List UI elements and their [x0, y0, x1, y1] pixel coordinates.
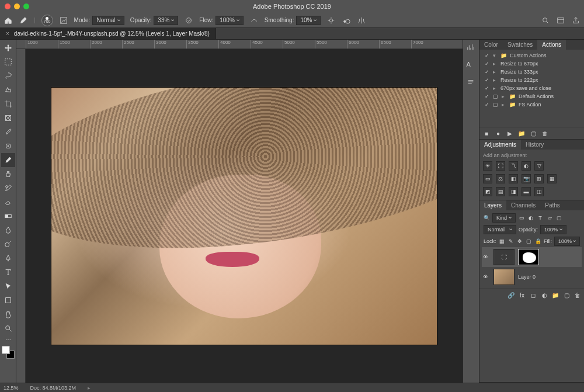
- artboard[interactable]: [26, 49, 463, 383]
- layer-row[interactable]: 👁 ⛶: [482, 247, 582, 267]
- layer-row[interactable]: 👁 Layer 0: [482, 267, 582, 287]
- dodge-tool[interactable]: [1, 237, 15, 251]
- crop-tool[interactable]: [1, 97, 15, 111]
- smoothing-options-icon[interactable]: [326, 16, 336, 25]
- lock-transparency-icon[interactable]: ▦: [499, 238, 505, 245]
- play-icon[interactable]: ▶: [506, 130, 513, 137]
- filter-type-icon[interactable]: T: [537, 214, 544, 221]
- layer-blend-select[interactable]: Normal: [484, 225, 516, 234]
- layers-tab[interactable]: Layers: [479, 200, 506, 210]
- hand-tool[interactable]: [1, 307, 15, 321]
- pen-tool[interactable]: [1, 251, 15, 265]
- adjustment-layer-thumb[interactable]: ⛶: [493, 249, 515, 265]
- type-tool[interactable]: [1, 265, 15, 279]
- new-set-icon[interactable]: 📁: [518, 130, 525, 137]
- action-set[interactable]: ✓▾📁Custom Actions: [482, 51, 582, 60]
- visibility-icon[interactable]: 👁: [483, 254, 490, 260]
- move-tool[interactable]: [1, 41, 15, 55]
- action-item[interactable]: ✓▸Resize to 333px: [482, 68, 582, 76]
- layer-style-icon[interactable]: fx: [519, 292, 526, 299]
- visibility-icon[interactable]: 👁: [483, 274, 490, 280]
- zoom-tool[interactable]: [1, 321, 15, 335]
- search-icon[interactable]: [541, 16, 550, 25]
- symmetry-icon[interactable]: [357, 16, 366, 25]
- histogram-panel-icon[interactable]: [467, 43, 476, 53]
- action-set[interactable]: ✓▢▸📁Default Actions: [482, 92, 582, 100]
- action-item[interactable]: ✓▸Resize to 222px: [482, 76, 582, 84]
- edit-toolbar-icon[interactable]: ⋯: [1, 335, 15, 344]
- color-lookup-icon[interactable]: ▦: [547, 174, 557, 183]
- layer-opacity-field[interactable]: 100%: [540, 225, 566, 234]
- add-mask-icon[interactable]: ◻: [530, 292, 537, 299]
- channel-mixer-icon[interactable]: ⊞: [534, 174, 544, 183]
- new-action-icon[interactable]: ▢: [530, 130, 537, 137]
- layer-mask-thumb[interactable]: [518, 249, 539, 265]
- adjustments-tab[interactable]: Adjustments: [479, 140, 521, 150]
- selective-color-icon[interactable]: ◫: [534, 187, 544, 196]
- exposure-icon[interactable]: ◐: [522, 161, 531, 171]
- invert-icon[interactable]: ◩: [483, 187, 492, 196]
- levels-icon[interactable]: ⛶: [496, 161, 505, 171]
- shape-tool[interactable]: [1, 293, 15, 307]
- new-group-icon[interactable]: 📁: [552, 292, 559, 299]
- layer-name[interactable]: Layer 0: [518, 274, 536, 280]
- link-layers-icon[interactable]: 🔗: [507, 292, 515, 299]
- filter-shape-icon[interactable]: ▱: [546, 214, 553, 221]
- window-minimize-button[interactable]: [14, 4, 20, 9]
- delete-layer-icon[interactable]: 🗑: [574, 292, 581, 299]
- eyedropper-tool[interactable]: [1, 125, 15, 139]
- workspace-icon[interactable]: [556, 16, 565, 25]
- paragraph-panel-icon[interactable]: [467, 78, 476, 88]
- hue-sat-icon[interactable]: ▭: [483, 174, 492, 183]
- gradient-tool[interactable]: [1, 209, 15, 223]
- flow-field[interactable]: 100%: [215, 16, 244, 25]
- lasso-tool[interactable]: [1, 69, 15, 83]
- action-item[interactable]: ✓▸Resize to 670px: [482, 60, 582, 68]
- lock-position-icon[interactable]: ✥: [516, 238, 523, 245]
- layer-fill-field[interactable]: 100%: [554, 237, 580, 246]
- paths-tab[interactable]: Paths: [540, 200, 565, 210]
- record-icon[interactable]: ●: [495, 130, 502, 137]
- blur-tool[interactable]: [1, 223, 15, 237]
- vibrance-icon[interactable]: ▽: [534, 161, 544, 171]
- filter-smart-icon[interactable]: ▢: [555, 214, 562, 221]
- brush-panel-icon[interactable]: [59, 16, 68, 25]
- marquee-tool[interactable]: [1, 55, 15, 69]
- action-set[interactable]: ✓▢▸📁FS Action: [482, 100, 582, 109]
- posterize-icon[interactable]: ▤: [496, 187, 505, 196]
- status-zoom[interactable]: 12.5%: [4, 385, 19, 391]
- brightness-icon[interactable]: ☀: [483, 161, 492, 171]
- history-tab[interactable]: History: [521, 140, 548, 150]
- path-select-tool[interactable]: [1, 279, 15, 293]
- lock-pixels-icon[interactable]: ✎: [507, 238, 514, 245]
- airbrush-icon[interactable]: [249, 16, 259, 25]
- filter-pixel-icon[interactable]: ▭: [518, 214, 525, 221]
- lock-artboard-icon[interactable]: ▢: [526, 238, 532, 245]
- photo-filter-icon[interactable]: 📷: [522, 174, 531, 183]
- swatches-tab[interactable]: Swatches: [503, 40, 537, 50]
- new-adjustment-icon[interactable]: ◐: [541, 292, 548, 299]
- document-tab[interactable]: × david-edkins-1-5pf_-Mb4Y-unsplash.psd …: [0, 28, 216, 39]
- action-item[interactable]: ✓▸670px save and close: [482, 84, 582, 92]
- brush-tool-icon[interactable]: [19, 16, 28, 25]
- quick-select-tool[interactable]: [1, 83, 15, 97]
- color-balance-icon[interactable]: ⚖: [496, 174, 505, 183]
- window-zoom-button[interactable]: [23, 4, 29, 9]
- close-tab-icon[interactable]: ×: [6, 30, 9, 37]
- clone-stamp-tool[interactable]: [1, 167, 15, 181]
- bw-icon[interactable]: ◧: [509, 174, 518, 183]
- smoothing-field[interactable]: 10%: [296, 16, 321, 25]
- brush-tool[interactable]: [1, 153, 15, 167]
- actions-tab[interactable]: Actions: [537, 40, 566, 50]
- status-doc-size[interactable]: Doc: 84.8M/103.2M: [30, 385, 77, 391]
- curves-icon[interactable]: 〽: [509, 161, 518, 171]
- share-icon[interactable]: [571, 16, 580, 25]
- color-tab[interactable]: Color: [479, 40, 503, 50]
- layer-thumb[interactable]: [493, 269, 515, 285]
- threshold-icon[interactable]: ◨: [509, 187, 518, 196]
- eraser-tool[interactable]: [1, 195, 15, 209]
- home-icon[interactable]: [4, 16, 13, 25]
- character-panel-icon[interactable]: A: [467, 61, 476, 70]
- healing-brush-tool[interactable]: [1, 139, 15, 153]
- color-swatch[interactable]: [2, 346, 15, 359]
